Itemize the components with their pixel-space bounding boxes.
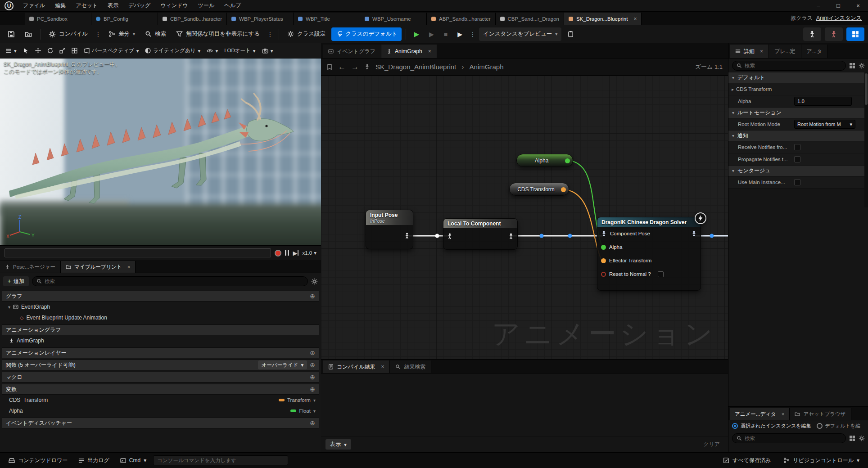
tab-wbp-title[interactable]: WBP_Title — [294, 13, 360, 25]
pose-output-pin[interactable] — [691, 231, 697, 237]
anim-graph-canvas[interactable]: アニメーション Alpha — [321, 76, 728, 359]
play-button-viewport[interactable]: ▶ — [293, 250, 298, 256]
use-main-instance-checkbox[interactable] — [794, 179, 800, 185]
menu-view[interactable]: 表示 — [103, 0, 123, 12]
close-button[interactable]: × — [848, 0, 868, 12]
hide-unrelated-kebab[interactable]: ⋮ — [266, 31, 275, 38]
add-new-button[interactable]: + 追加 — [3, 276, 29, 286]
close-tab-icon[interactable]: × — [125, 264, 131, 270]
add-function-icon[interactable]: ⊕ — [310, 361, 315, 369]
close-tab-icon[interactable]: × — [631, 16, 637, 22]
details-search-input[interactable] — [745, 63, 841, 68]
record-button[interactable] — [275, 250, 281, 256]
frame-skip-button[interactable]: ▶ — [425, 27, 438, 41]
minimize-button[interactable]: – — [809, 0, 828, 12]
node-local-to-component[interactable]: Local To Component — [443, 218, 518, 250]
root-motion-mode-dropdown[interactable]: Root Motion from M ▾ — [794, 120, 855, 129]
tab-pose-watch-manager[interactable]: Pose...ネージャー — [0, 261, 61, 273]
add-graph-icon[interactable]: ⊕ — [310, 292, 315, 300]
menu-edit[interactable]: 編集 — [50, 0, 71, 12]
tab-sk-dragon-animblueprint[interactable]: SK_Dragon...Blueprint× — [564, 13, 642, 25]
macros-section-header[interactable]: マクロ ⊕ — [2, 372, 319, 382]
maximize-button[interactable]: □ — [828, 0, 848, 12]
anim-preview-search-input[interactable] — [745, 436, 841, 441]
snap-grid-button[interactable] — [69, 45, 80, 56]
override-dropdown[interactable]: オーバーライド ▾ — [258, 360, 307, 369]
eject-button[interactable]: ▶ — [453, 27, 466, 41]
bookmark-icon[interactable] — [326, 64, 333, 70]
pose-input-pin[interactable] — [601, 231, 607, 237]
tab-find-results[interactable]: 結果検索 — [390, 360, 431, 373]
select-tool-button[interactable] — [20, 45, 32, 56]
animation-graphs-section-header[interactable]: アニメーショングラフ — [2, 324, 319, 335]
show-flags-dropdown[interactable]: ▾ — [204, 45, 221, 56]
node-cds-transform-getter[interactable]: CDS Transform — [509, 183, 569, 196]
pause-button[interactable] — [285, 250, 289, 256]
anim-preview-search[interactable] — [732, 433, 846, 443]
section-root-motion[interactable]: ▾ ルートモーション — [728, 108, 868, 118]
add-layer-icon[interactable]: ⊕ — [310, 349, 315, 356]
section-notifies[interactable]: ▾ 通知 — [728, 130, 868, 141]
propagate-notifies-checkbox[interactable] — [794, 156, 800, 162]
bool-input-pin[interactable] — [601, 272, 606, 277]
close-tab-icon[interactable]: × — [758, 48, 763, 54]
display-options-grid-icon[interactable] — [849, 63, 855, 69]
play-options-kebab[interactable]: ⋮ — [468, 31, 477, 38]
view-filter-dropdown[interactable]: 表示 ▾ — [326, 439, 351, 450]
pose-output-pin[interactable] — [508, 233, 514, 239]
class-settings-button[interactable]: クラス設定 — [283, 27, 330, 41]
revision-control-button[interactable]: リビジョンコントロール ▾ — [779, 454, 863, 466]
variable-row-cds-transform[interactable]: CDS_Transform Transform ▾ — [2, 395, 319, 405]
tab-details[interactable]: 詳細 × — [730, 45, 769, 58]
layout-button[interactable] — [846, 27, 864, 41]
tab-wbp-playerstatus[interactable]: WBP_PlayerStatus — [227, 13, 294, 25]
section-defaults[interactable]: ▾ デフォルト — [728, 72, 868, 83]
reset-checkbox[interactable] — [658, 271, 664, 277]
tab-wbp-username[interactable]: WBP_Username — [360, 13, 427, 25]
filter-settings-gear-icon[interactable] — [311, 278, 318, 285]
skeleton-toggle-button[interactable] — [803, 27, 821, 41]
anim-graph-item[interactable]: AnimGraph — [2, 335, 319, 346]
content-drawer-button[interactable]: コンテンツドロワー — [5, 454, 72, 466]
variables-section-header[interactable]: 変数 ⊕ — [2, 384, 319, 395]
compile-results-list[interactable] — [321, 374, 728, 436]
display-options-grid-icon[interactable] — [849, 435, 855, 441]
nav-forward-icon[interactable]: → — [351, 63, 359, 72]
hide-unrelated-button[interactable]: 無関係な項目を非表示にする — [172, 27, 264, 41]
parent-class-link[interactable]: Animインスタンス — [816, 14, 862, 22]
diff-button[interactable]: 差分 ▾ — [104, 27, 139, 41]
viewport-options-button[interactable]: ▾ — [3, 45, 19, 56]
compile-options-kebab[interactable]: ⋮ — [94, 31, 103, 38]
class-defaults-button[interactable]: クラスのデフォルト — [331, 27, 401, 41]
settings-gear-icon[interactable] — [859, 435, 865, 441]
copy-settings-button[interactable] — [563, 27, 578, 41]
tab-bp-config[interactable]: BP_Config — [91, 13, 158, 25]
node-dragonik-solver[interactable]: DragonIK Chinese Dragon Solver Component… — [597, 217, 701, 291]
all-saved-button[interactable]: すべて保存済み — [719, 454, 775, 466]
lit-mode-dropdown[interactable]: ライティングあり ▾ — [142, 45, 203, 56]
tab-abp-sandbox-character[interactable]: ABP_Sandb...haracter — [427, 13, 495, 25]
lod-dropdown[interactable]: LODオート ▾ — [222, 45, 258, 56]
screenshot-dropdown[interactable]: ▾ — [259, 45, 276, 56]
output-log-button[interactable]: 出力ログ — [74, 454, 113, 466]
tab-asset-browser[interactable]: アセットブラウザ — [790, 408, 851, 420]
graphs-section-header[interactable]: グラフ ⊕ — [2, 291, 319, 302]
breadcrumb-root[interactable]: SK_Dragon_AnimBlueprint — [375, 63, 456, 71]
tab-compile-results[interactable]: コンパイル結果 × — [323, 360, 390, 373]
close-tab-icon[interactable]: × — [378, 364, 384, 370]
rotate-tool-button[interactable] — [45, 45, 56, 56]
menu-asset[interactable]: アセット — [71, 0, 103, 12]
add-variable-icon[interactable]: ⊕ — [310, 386, 315, 393]
breadcrumb-current[interactable]: AnimGraph — [470, 63, 504, 71]
scale-tool-button[interactable] — [57, 45, 68, 56]
clear-button[interactable]: クリア — [700, 441, 723, 448]
tab-preview-settings[interactable]: プレ...定 — [769, 45, 801, 58]
add-macro-icon[interactable]: ⊕ — [310, 374, 315, 381]
stop-button[interactable]: ■ — [440, 27, 452, 41]
add-dispatcher-icon[interactable]: ⊕ — [310, 419, 315, 427]
preview-viewport[interactable]: SK_Dragon_AnimBlueprint_C のプレビュー中。 このモード… — [0, 58, 321, 245]
animation-layers-section-header[interactable]: アニメーションレイヤー ⊕ — [2, 347, 319, 358]
event-update-animation-item[interactable]: ◇ Event Blueprint Update Animation — [2, 312, 319, 323]
preview-instance-dropdown[interactable]: インスタンスをプレビュー ▾ — [479, 27, 561, 41]
receive-notifies-checkbox[interactable] — [794, 144, 800, 150]
